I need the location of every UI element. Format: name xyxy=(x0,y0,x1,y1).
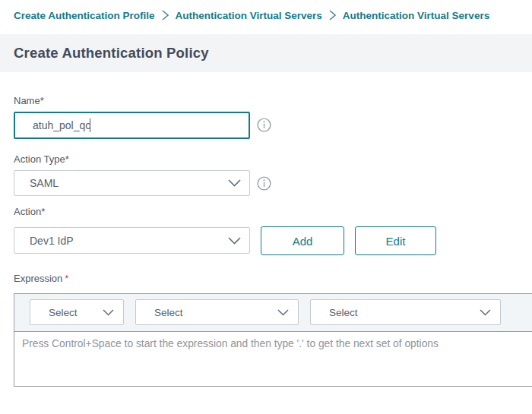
chevron-down-icon xyxy=(228,237,241,245)
action-selected-value: Dev1 IdP xyxy=(14,235,228,247)
breadcrumb-link-create-authentication-profile[interactable]: Create Authentication Profile xyxy=(14,10,155,21)
expression-select-1-value: Select xyxy=(30,307,103,318)
create-authentication-policy-screen: Create Authentication Profile Authentica… xyxy=(0,0,532,414)
info-icon[interactable] xyxy=(257,176,271,191)
required-mark: * xyxy=(41,206,45,217)
chevron-down-icon xyxy=(277,309,289,316)
info-icon[interactable] xyxy=(257,118,271,132)
expression-editor[interactable] xyxy=(14,331,532,387)
required-mark: * xyxy=(65,273,68,284)
expression-select-1[interactable]: Select xyxy=(30,299,124,325)
action-label: Action* xyxy=(14,206,45,217)
page-title: Create Authentication Policy xyxy=(14,45,209,62)
expression-select-3-value: Select xyxy=(311,307,480,318)
required-mark: * xyxy=(40,95,44,106)
chevron-down-icon xyxy=(228,179,241,187)
action-type-select[interactable]: SAML xyxy=(14,170,250,196)
expression-select-3[interactable]: Select xyxy=(310,299,501,325)
chevron-right-icon xyxy=(162,10,169,21)
breadcrumb: Create Authentication Profile Authentica… xyxy=(14,7,532,24)
expression-select-2[interactable]: Select xyxy=(135,299,299,325)
chevron-down-icon xyxy=(480,309,491,316)
breadcrumb-link-authentication-virtual-servers-2[interactable]: Authentication Virtual Servers xyxy=(343,10,489,21)
expression-label: Expression* xyxy=(14,273,68,284)
name-label: Name* xyxy=(14,95,44,106)
name-input[interactable] xyxy=(14,112,250,139)
chevron-down-icon xyxy=(103,309,114,316)
action-select[interactable]: Dev1 IdP xyxy=(14,227,250,254)
chevron-right-icon xyxy=(329,10,336,21)
add-button[interactable]: Add xyxy=(261,226,344,255)
expression-builder-toolbar: Select Select Select xyxy=(14,293,532,332)
breadcrumb-link-authentication-virtual-servers[interactable]: Authentication Virtual Servers xyxy=(176,10,322,21)
expression-select-2-value: Select xyxy=(136,307,277,318)
text-cursor xyxy=(90,119,90,132)
action-type-selected-value: SAML xyxy=(14,177,228,189)
header-bar: Create Authentication Policy xyxy=(0,34,532,72)
required-mark: * xyxy=(65,153,69,165)
edit-button[interactable]: Edit xyxy=(355,226,436,255)
name-input-wrap xyxy=(14,112,250,139)
action-type-label: Action Type* xyxy=(14,153,69,165)
